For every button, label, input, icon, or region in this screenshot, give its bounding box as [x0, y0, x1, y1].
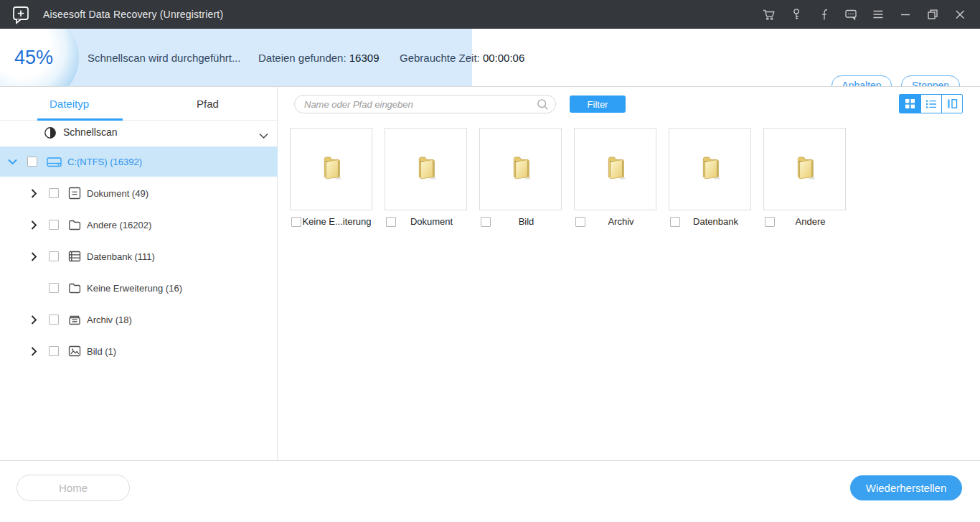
chevron-right-icon[interactable]	[29, 188, 39, 198]
recover-button[interactable]: Wiederherstellen	[850, 475, 962, 500]
files-found-value: 16309	[349, 52, 380, 64]
checkbox[interactable]	[386, 217, 396, 227]
chevron-down-icon[interactable]	[259, 129, 268, 142]
pause-button[interactable]: Anhalten	[831, 75, 892, 87]
titlebar-actions	[760, 4, 980, 24]
checkbox[interactable]	[765, 217, 775, 227]
chevron-spacer	[29, 283, 39, 293]
stop-button[interactable]: Stoppen	[901, 75, 960, 87]
folder-tile[interactable]	[479, 128, 562, 210]
search-input[interactable]	[294, 95, 556, 113]
folder-cell: Andere	[763, 128, 846, 227]
tree-row-bild[interactable]: Bild (1)	[0, 336, 278, 366]
folder-grid: Keine E...iterung Dokument	[290, 128, 846, 227]
chevron-right-icon[interactable]	[29, 314, 39, 325]
checkbox[interactable]	[49, 283, 59, 293]
folder-large-icon	[408, 152, 444, 187]
tree-item-label: Archiv (18)	[87, 314, 132, 325]
folder-tile[interactable]	[290, 128, 372, 210]
home-button[interactable]: Home	[17, 475, 130, 501]
tab-dateityp[interactable]: Dateityp	[0, 87, 138, 120]
tree-item-label: C:(NTFS) (16392)	[67, 157, 142, 167]
scan-mode-row[interactable]: Schnellscan	[0, 121, 277, 146]
cart-icon[interactable]	[760, 4, 778, 24]
filter-button[interactable]: Filter	[570, 95, 626, 113]
folder-large-icon	[787, 152, 823, 187]
folder-label-row: Archiv	[574, 216, 656, 227]
folder-label: Bild	[491, 216, 562, 227]
main-panel: Filter	[278, 87, 980, 460]
document-icon	[68, 187, 81, 200]
grid-view-icon[interactable]	[900, 95, 920, 113]
folder-tile[interactable]	[763, 128, 846, 210]
checkbox[interactable]	[49, 188, 59, 198]
list-view-icon[interactable]	[920, 95, 941, 113]
checkbox[interactable]	[27, 157, 37, 167]
folder-label: Archiv	[585, 216, 656, 227]
folder-large-icon	[503, 152, 539, 187]
chevron-right-icon[interactable]	[29, 220, 39, 230]
app-logo-icon	[10, 4, 32, 25]
tree-row-dokument[interactable]: Dokument (49)	[0, 178, 278, 208]
tree-item-label: Keine Erweiterung (16)	[87, 283, 182, 294]
close-icon[interactable]	[951, 4, 969, 24]
folder-label: Datenbank	[680, 216, 751, 227]
tree-item-label: Datenbank (111)	[87, 251, 155, 262]
elapsed-time-value: 00:00:06	[483, 52, 524, 64]
tree-item-label: Dokument (49)	[87, 188, 149, 199]
tree-row-keine-erweiterung[interactable]: Keine Erweiterung (16)	[0, 273, 278, 303]
chevron-right-icon[interactable]	[29, 346, 39, 356]
checkbox[interactable]	[481, 217, 491, 227]
tree-row-andere[interactable]: Andere (16202)	[0, 210, 278, 240]
scan-progress-banner: 45% Schnellscan wird durchgeführt... Dat…	[0, 29, 980, 87]
elapsed-time-label: Gebrauchte Zeit:	[400, 52, 480, 64]
scan-mode-label: Schnellscan	[63, 126, 118, 138]
checkbox[interactable]	[575, 217, 585, 227]
tree-row-datenbank[interactable]: Datenbank (111)	[0, 241, 278, 271]
image-icon	[68, 345, 81, 358]
app-window: Aiseesoft Data Recovery (Unregistriert)	[0, 0, 980, 522]
progress-percent: 45%	[3, 47, 65, 69]
folder-large-icon	[692, 152, 728, 187]
folder-cell: Dokument	[385, 128, 467, 227]
checkbox[interactable]	[49, 346, 59, 356]
checkbox[interactable]	[49, 314, 59, 325]
tab-pfad[interactable]: Pfad	[138, 87, 277, 120]
folder-label: Dokument	[396, 216, 467, 227]
key-icon[interactable]	[788, 4, 805, 24]
folder-icon	[68, 281, 81, 294]
footer-bar: Home Wiederherstellen	[0, 460, 980, 522]
elapsed-time-text: Gebrauchte Zeit: 00:00:06	[400, 52, 524, 64]
folder-cell: Datenbank	[669, 128, 751, 227]
pie-scan-icon	[44, 126, 57, 142]
folder-tile[interactable]	[574, 128, 656, 210]
checkbox[interactable]	[670, 217, 680, 227]
database-icon	[68, 250, 81, 263]
checkbox[interactable]	[291, 217, 301, 227]
folder-label-row: Datenbank	[669, 216, 751, 227]
chevron-right-icon[interactable]	[29, 251, 39, 261]
scan-status-text: Schnellscan wird durchgeführt...	[88, 52, 240, 64]
minimize-icon[interactable]	[897, 4, 914, 24]
titlebar: Aiseesoft Data Recovery (Unregistriert)	[0, 0, 980, 29]
folder-tile[interactable]	[669, 128, 751, 210]
tree-row-drive-c[interactable]: C:(NTFS) (16392)	[0, 146, 278, 177]
folder-label-row: Keine E...iterung	[290, 216, 372, 227]
archive-icon	[68, 313, 81, 326]
tree-row-archiv[interactable]: Archiv (18)	[0, 304, 278, 335]
folder-cell: Keine E...iterung	[290, 128, 372, 227]
folder-cell: Archiv	[574, 128, 656, 227]
menu-icon[interactable]	[870, 4, 887, 24]
feedback-icon[interactable]	[842, 4, 859, 24]
folder-label: Keine E...iterung	[301, 216, 372, 227]
tree-item-label: Andere (16202)	[87, 220, 151, 230]
chevron-down-icon[interactable]	[7, 157, 17, 167]
column-view-icon[interactable]	[941, 95, 962, 113]
checkbox[interactable]	[49, 251, 59, 261]
drive-icon	[47, 155, 62, 169]
view-toggle	[899, 94, 963, 113]
facebook-icon[interactable]	[815, 4, 832, 24]
restore-icon[interactable]	[924, 4, 941, 24]
folder-tile[interactable]	[385, 128, 467, 210]
checkbox[interactable]	[49, 220, 59, 230]
